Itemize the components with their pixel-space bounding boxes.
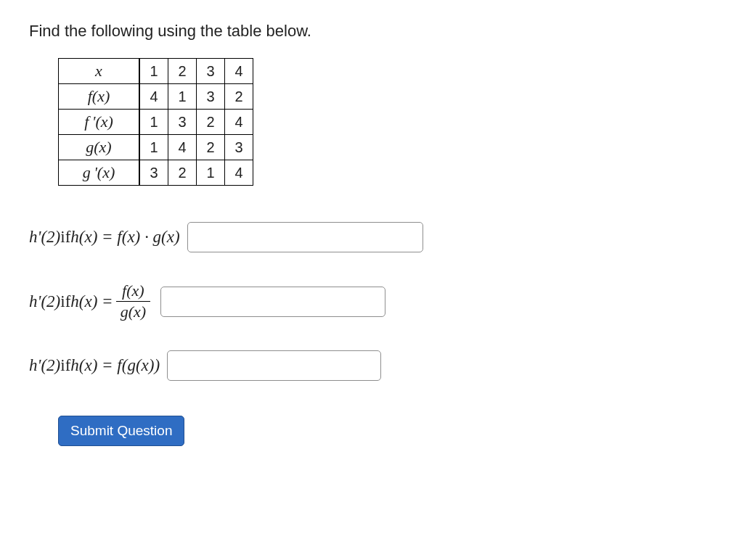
cell: 1: [139, 110, 168, 135]
cell: 3: [139, 160, 168, 186]
cell: 4: [225, 160, 253, 186]
cell: 1: [197, 160, 225, 186]
question-label: h'(2) if h(x) = f(x) · g(x): [29, 228, 180, 247]
values-table: x 1 2 3 4 f(x) 4 1 3 2 f '(x) 1 3 2 4 g(…: [58, 58, 253, 186]
cell: 4: [139, 84, 168, 110]
answer-input-2[interactable]: [160, 287, 385, 317]
row-label: x: [59, 59, 140, 84]
row-label: f '(x): [59, 110, 140, 135]
cell: 1: [139, 135, 168, 160]
row-label: g '(x): [59, 160, 140, 186]
answer-input-3[interactable]: [167, 350, 381, 381]
submit-button[interactable]: Submit Question: [58, 416, 184, 446]
instruction-text: Find the following using the table below…: [29, 22, 726, 41]
answer-input-1[interactable]: [187, 222, 423, 252]
if-text: if: [60, 228, 70, 247]
question-product-rule: h'(2) if h(x) = f(x) · g(x): [29, 222, 726, 252]
cell: 3: [197, 59, 225, 84]
hdef-prefix: h(x) =: [70, 292, 113, 311]
fraction-denominator: g(x): [116, 301, 150, 321]
cell: 2: [225, 84, 253, 110]
cell: 4: [225, 59, 253, 84]
cell: 2: [168, 160, 197, 186]
question-quotient-rule: h'(2) if h(x) = f(x) g(x): [29, 281, 726, 321]
question-label: h'(2) if h(x) = f(g(x)): [29, 356, 160, 375]
hdef-expr: h(x) = f(g(x)): [70, 356, 160, 375]
hprime-expr: h'(2): [29, 356, 60, 375]
fraction-numerator: f(x): [118, 281, 149, 301]
row-label: g(x): [59, 135, 140, 160]
cell: 2: [197, 135, 225, 160]
table-row: g '(x) 3 2 1 4: [59, 160, 253, 186]
cell: 1: [168, 84, 197, 110]
cell: 4: [225, 110, 253, 135]
cell: 1: [139, 59, 168, 84]
cell: 3: [197, 84, 225, 110]
table-row: f '(x) 1 3 2 4: [59, 110, 253, 135]
cell: 4: [168, 135, 197, 160]
cell: 2: [197, 110, 225, 135]
hprime-expr: h'(2): [29, 292, 60, 311]
hprime-expr: h'(2): [29, 228, 60, 247]
table-row: g(x) 1 4 2 3: [59, 135, 253, 160]
if-text: if: [60, 356, 70, 375]
question-chain-rule: h'(2) if h(x) = f(g(x)): [29, 350, 726, 381]
if-text: if: [60, 292, 70, 311]
table-row: x 1 2 3 4: [59, 59, 253, 84]
table-row: f(x) 4 1 3 2: [59, 84, 253, 110]
fraction: f(x) g(x): [116, 281, 150, 321]
values-table-wrap: x 1 2 3 4 f(x) 4 1 3 2 f '(x) 1 3 2 4 g(…: [58, 58, 726, 186]
question-label: h'(2) if h(x) = f(x) g(x): [29, 281, 153, 321]
cell: 2: [168, 59, 197, 84]
hdef-expr: h(x) = f(x) · g(x): [70, 228, 179, 247]
cell: 3: [225, 135, 253, 160]
cell: 3: [168, 110, 197, 135]
row-label: f(x): [59, 84, 140, 110]
